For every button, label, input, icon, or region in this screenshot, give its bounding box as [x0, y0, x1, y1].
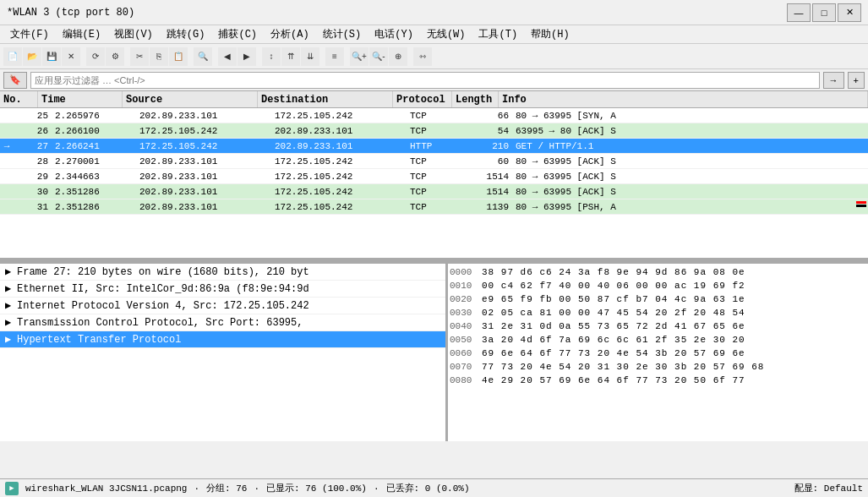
tb-open[interactable]: 📂	[23, 47, 41, 66]
table-row[interactable]: 262.266100172.25.105.242202.89.233.101TC…	[0, 123, 868, 139]
hex-bytes: 38 97 d6 c6 24 3a f8 9e 94 9d 86 9a 08 0…	[482, 267, 866, 277]
tb-top[interactable]: ⇈	[281, 47, 300, 66]
tb-zoom-in[interactable]: 🔍+	[350, 47, 368, 66]
packet-list[interactable]: No. Time Source Destination Protocol Len…	[0, 91, 868, 260]
col-header-time: Time	[38, 91, 123, 107]
tb-paste[interactable]: 📋	[169, 47, 188, 66]
tb-back[interactable]: ◀	[218, 47, 237, 66]
list-item[interactable]: ▶Ethernet II, Src: IntelCor_9d:86:9a (f8…	[0, 281, 445, 298]
hex-bytes: 77 73 20 4e 54 20 31 30 2e 30 3b 20 57 6…	[482, 362, 866, 372]
expand-arrow: ▶	[5, 316, 17, 329]
filter-add[interactable]: +	[848, 72, 865, 89]
table-row[interactable]: 302.351286202.89.233.101172.25.105.242TC…	[0, 184, 868, 199]
packet-cell-info: 63995 → 80 [ACK] S	[512, 126, 868, 136]
table-row[interactable]: 292.344663202.89.233.101172.25.105.242TC…	[0, 169, 868, 184]
status-sep3: ·	[374, 483, 379, 494]
tb-save[interactable]: 💾	[42, 47, 61, 66]
menu-analyze[interactable]: 分析(A)	[264, 25, 316, 43]
menu-wireless[interactable]: 无线(W)	[420, 25, 472, 43]
tb-bottom[interactable]: ⇊	[301, 47, 319, 66]
detail-rows: ▶Frame 27: 210 bytes on wire (1680 bits)…	[0, 264, 445, 348]
minimize-button[interactable]: —	[787, 3, 811, 22]
menu-capture[interactable]: 捕获(C)	[211, 25, 264, 43]
table-row[interactable]: →272.266241172.25.105.242202.89.233.101H…	[0, 139, 868, 154]
packet-cell-info: 80 → 63995 [ACK] S	[512, 156, 868, 167]
table-row[interactable]: 312.351286202.89.233.101172.25.105.242TC…	[0, 199, 868, 215]
menu-stats[interactable]: 统计(S)	[316, 25, 368, 43]
packet-cell-no: 30	[14, 187, 52, 197]
packet-cell-src: 172.25.105.242	[136, 141, 271, 151]
menu-file[interactable]: 文件(F)	[3, 25, 56, 43]
tb-zoom-reset[interactable]: ⊕	[389, 47, 407, 66]
filter-input[interactable]	[30, 72, 820, 89]
hex-bytes: 31 2e 31 0d 0a 55 73 65 72 2d 41 67 65 6…	[482, 321, 866, 331]
scroll-mark-black	[856, 205, 866, 207]
packet-cell-info: 80 → 63995 [ACK] S	[512, 172, 868, 182]
packet-cell-info: 80 → 63995 [PSH, A	[512, 202, 868, 212]
packet-cell-src: 202.89.233.101	[136, 187, 271, 197]
col-header-len: Length	[452, 91, 499, 107]
hex-rows: 000038 97 d6 c6 24 3a f8 9e 94 9d 86 9a …	[450, 265, 866, 387]
menu-edit[interactable]: 编辑(E)	[56, 25, 108, 43]
packet-cell-proto: TCP	[407, 111, 466, 121]
table-row[interactable]: 252.265976202.89.233.101172.25.105.242TC…	[0, 108, 868, 123]
packet-cell-time: 2.265976	[52, 111, 136, 121]
filter-bookmark[interactable]: 🔖	[3, 72, 27, 89]
col-header-src: Source	[123, 91, 258, 107]
hex-bytes: 4e 29 20 57 69 6e 64 6f 77 73 20 50 6f 7…	[482, 375, 866, 385]
tb-forward[interactable]: ▶	[237, 47, 256, 66]
list-item[interactable]: ▶Hypertext Transfer Protocol	[0, 331, 445, 348]
list-item: 006069 6e 64 6f 77 73 20 4e 54 3b 20 57 …	[450, 347, 866, 360]
bottom-area: ▶Frame 27: 210 bytes on wire (1680 bits)…	[0, 264, 868, 441]
tb-resize-cols[interactable]: ⇿	[413, 47, 432, 66]
maximize-button[interactable]: □	[812, 3, 836, 22]
status-dropped: 已丢弃: 0 (0.0%)	[386, 482, 470, 494]
list-item: 004031 2e 31 0d 0a 55 73 65 72 2d 41 67 …	[450, 320, 866, 333]
hex-offset: 0080	[450, 375, 482, 385]
packet-cell-len: 60	[466, 156, 512, 167]
menu-go[interactable]: 跳转(G)	[160, 25, 212, 43]
packet-cell-info: 80 → 63995 [SYN, A	[512, 111, 868, 121]
tb-close[interactable]: ✕	[62, 47, 80, 66]
packet-cell-info: GET / HTTP/1.1	[512, 141, 868, 151]
packet-cell-proto: TCP	[407, 187, 466, 197]
tb-new[interactable]: 📄	[3, 47, 22, 66]
row-arrow-cell: →	[0, 141, 14, 151]
list-item: 000038 97 d6 c6 24 3a f8 9e 94 9d 86 9a …	[450, 265, 866, 279]
tb-find[interactable]: 🔍	[194, 47, 212, 66]
menu-phone[interactable]: 电话(Y)	[368, 25, 420, 43]
menu-bar: 文件(F) 编辑(E) 视图(V) 跳转(G) 捕获(C) 分析(A) 统计(S…	[0, 25, 868, 44]
tb-cut[interactable]: ✂	[130, 47, 149, 66]
menu-help[interactable]: 帮助(H)	[524, 25, 576, 43]
col-header-proto: Protocol	[393, 91, 452, 107]
tb-goto[interactable]: ↕	[262, 47, 281, 66]
scroll-markers	[856, 201, 868, 207]
tb-zoom-out[interactable]: 🔍-	[369, 47, 388, 66]
tb-copy[interactable]: ⎘	[150, 47, 168, 66]
list-item[interactable]: ▶Internet Protocol Version 4, Src: 172.2…	[0, 298, 445, 314]
tb-options[interactable]: ⚙	[106, 47, 124, 66]
col-header-info: Info	[499, 91, 868, 107]
packet-cell-time: 2.351286	[52, 187, 136, 197]
hex-offset: 0050	[450, 335, 482, 345]
packet-cell-time: 2.270001	[52, 156, 136, 167]
list-item[interactable]: ▶Frame 27: 210 bytes on wire (1680 bits)…	[0, 264, 445, 281]
packet-cell-dst: 202.89.233.101	[271, 141, 407, 151]
tb-reload[interactable]: ⟳	[86, 47, 105, 66]
packet-detail: ▶Frame 27: 210 bytes on wire (1680 bits)…	[0, 264, 448, 441]
filter-arrow-right[interactable]: →	[823, 72, 844, 89]
list-item: 00503a 20 4d 6f 7a 69 6c 6c 61 2f 35 2e …	[450, 333, 866, 347]
toolbar: 📄 📂 💾 ✕ ⟳ ⚙ ✂ ⎘ 📋 🔍 ◀ ▶ ↕ ⇈ ⇊ ≡ 🔍+ 🔍- ⊕ …	[0, 44, 868, 69]
packet-cell-len: 1514	[466, 187, 512, 197]
packet-cell-len: 1139	[466, 202, 512, 212]
hex-bytes: 3a 20 4d 6f 7a 69 6c 6c 61 2f 35 2e 30 2…	[482, 335, 866, 345]
col-header-no: No.	[0, 91, 38, 107]
menu-tools[interactable]: 工具(T)	[472, 25, 524, 43]
table-row[interactable]: 282.270001202.89.233.101172.25.105.242TC…	[0, 154, 868, 169]
menu-view[interactable]: 视图(V)	[107, 25, 160, 43]
status-profile: 配显: Default	[794, 482, 863, 494]
packet-cell-proto: TCP	[407, 126, 466, 136]
list-item[interactable]: ▶Transmission Control Protocol, Src Port…	[0, 314, 445, 331]
close-button[interactable]: ✕	[838, 3, 861, 22]
tb-colorize[interactable]: ≡	[325, 47, 344, 66]
